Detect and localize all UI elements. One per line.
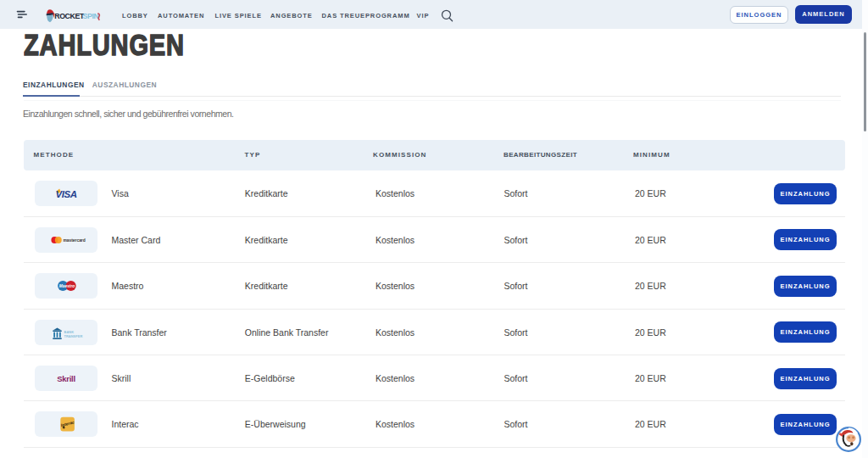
svg-text:TRANSFER: TRANSFER bbox=[64, 333, 82, 338]
svg-text:VISA: VISA bbox=[55, 189, 76, 199]
svg-text:ROCKET: ROCKET bbox=[54, 12, 85, 20]
svg-text:Skrill: Skrill bbox=[57, 374, 75, 383]
svg-text:mastercard: mastercard bbox=[63, 238, 85, 243]
svg-text:Maestro: Maestro bbox=[58, 284, 74, 288]
svg-text:SPIN: SPIN bbox=[83, 12, 99, 20]
